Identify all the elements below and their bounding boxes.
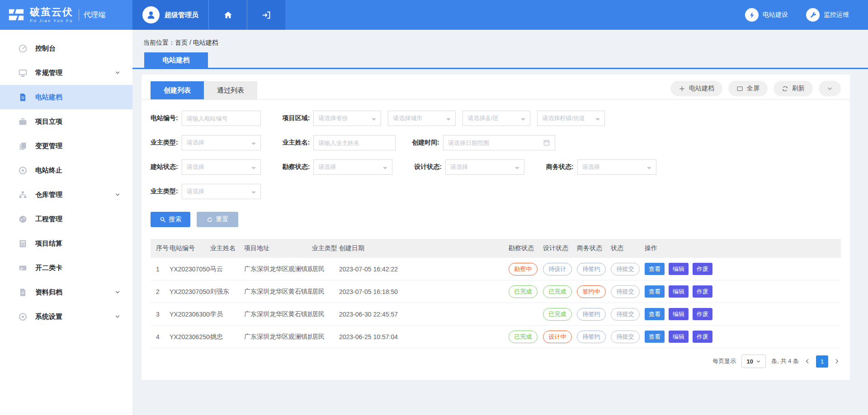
region-county-select[interactable]: 请选择县/区 (462, 111, 530, 126)
page-1-button[interactable]: 1 (816, 355, 828, 368)
home-button[interactable] (208, 0, 247, 30)
column-header: 序号 (156, 244, 170, 252)
view-button[interactable]: 查看 (645, 285, 665, 298)
total-count: 条, 共 4 条 (771, 357, 799, 365)
region-town-select[interactable]: 请选择村镇/街道 (537, 111, 605, 126)
logout-button[interactable] (247, 0, 285, 30)
user-menu[interactable]: 超级管理员 (132, 0, 208, 30)
tab-pass-list[interactable]: 通过列表 (204, 81, 257, 99)
survey-status-select[interactable]: 请选择 (313, 159, 392, 175)
row-index: 1 (156, 266, 170, 273)
design-status-field: 设计状态:请选择 (414, 159, 524, 175)
plus-icon (679, 85, 685, 92)
table-row: 3YX2023063000009学员广东深圳龙华区黄石镇姚家庄...居民2023… (151, 303, 841, 326)
sidebar-item-engineering-management[interactable]: 工程管理 (0, 207, 132, 231)
caret-down-icon (647, 167, 651, 172)
date-range-picker[interactable] (443, 135, 555, 150)
person-icon (146, 9, 156, 20)
owner-name: 马云 (210, 265, 244, 273)
page-tab-station-filing[interactable]: 电站建档 (144, 52, 208, 68)
sidebar-item-warehouse-management[interactable]: 仓库管理 (0, 182, 132, 207)
owner-type: 居民 (312, 265, 339, 273)
region-province-select[interactable]: 请选择省份 (313, 111, 381, 126)
sidebar-item-label: 开二类卡 (35, 264, 121, 272)
bolt-icon (748, 11, 756, 19)
view-button[interactable]: 查看 (645, 263, 665, 275)
owner-name-field: 业主姓名: (283, 135, 396, 150)
design-status-label: 设计状态: (414, 163, 442, 171)
refresh-button[interactable]: 刷新 (774, 81, 813, 96)
owner-type-select[interactable]: 请选择 (182, 135, 261, 150)
card-toolbar: 电站建档全屏刷新 (670, 81, 841, 96)
region-selects: 请选择省份请选择城市请选择县/区请选择村镇/街道 (313, 111, 605, 126)
brand: 破茧云伏 Po Jian Yun Fu 代理端 (0, 0, 132, 30)
status-badge: 待提交 (611, 308, 640, 321)
status-badge: 待提交 (611, 263, 640, 275)
login-arrow-icon (262, 10, 271, 20)
edit-button[interactable]: 编辑 (669, 308, 689, 320)
station-filing-button[interactable]: 电站建档 (670, 81, 722, 96)
select-placeholder: 请选择 (187, 187, 204, 196)
sidebar-item-console[interactable]: 控制台 (0, 36, 132, 61)
owner-name-label: 业主姓名: (283, 139, 310, 147)
sidebar-item-project-settlement[interactable]: 项目结算 (0, 231, 132, 256)
owner-type-label: 业主类型: (151, 139, 178, 147)
sidebar-item-station-filing[interactable]: 电站建档 (0, 85, 132, 109)
sidebar-item-system-settings[interactable]: 系统设置 (0, 304, 132, 329)
sidebar-item-change-management[interactable]: 变更管理 (0, 134, 132, 158)
circle-dot-icon (18, 166, 28, 175)
region-city-select[interactable]: 请选择城市 (388, 111, 456, 126)
business-status-field: 商务状态:请选择 (546, 159, 656, 175)
sidebar-item-data-archive[interactable]: 资料归档 (0, 280, 132, 304)
fullscreen-button[interactable]: 全屏 (728, 81, 768, 96)
build-status-select[interactable]: 请选择 (182, 159, 261, 175)
next-page-button[interactable] (834, 358, 840, 364)
void-button[interactable]: 作废 (693, 263, 712, 275)
create-time-label: 创建时间: (412, 139, 439, 147)
void-button[interactable]: 作废 (693, 308, 712, 320)
station-code: YX2023062500004 (170, 333, 210, 340)
page-tab-row: 电站建档 (132, 52, 868, 69)
wrench-icon (809, 11, 817, 19)
design-status-select[interactable]: 请选择 (445, 159, 524, 175)
build-status-label: 建站状态: (151, 163, 178, 171)
sidebar-item-project-initiation[interactable]: 项目立项 (0, 109, 132, 134)
per-page-select[interactable]: 10 (741, 354, 766, 368)
view-button[interactable]: 查看 (645, 331, 665, 343)
void-button[interactable]: 作废 (693, 285, 712, 298)
edit-button[interactable]: 编辑 (669, 331, 689, 343)
view-button[interactable]: 查看 (645, 308, 665, 320)
sidebar-item-second-class-card[interactable]: 开二类卡 (0, 256, 132, 280)
filter-row-3: 建站状态:请选择勘察状态:请选择设计状态:请选择商务状态:请选择 (151, 159, 841, 175)
sidebar: 控制台常规管理电站建档项目立项变更管理电站终止仓库管理工程管理项目结算开二类卡资… (0, 30, 132, 415)
owner-name-input[interactable] (313, 135, 396, 150)
sidebar-item-general-management[interactable]: 常规管理 (0, 61, 132, 85)
business-status-label: 商务状态: (546, 163, 574, 171)
sidebar-item-station-termination[interactable]: 电站终止 (0, 158, 132, 182)
content-card: 创建列表通过列表 电站建档全屏刷新 电站编号: 项目区域: 请选择省份请选择城市… (142, 75, 850, 380)
column-header: 商务状态 (577, 244, 611, 252)
owner-type2-select[interactable]: 请选择 (182, 184, 261, 199)
owner-name: 姚忠 (210, 333, 244, 341)
edit-button[interactable]: 编辑 (669, 263, 689, 275)
table-row: 1YX2023070500011马云广东深圳龙华区观澜镇观湖路...居民2023… (151, 258, 841, 280)
tab-create-list[interactable]: 创建列表 (151, 81, 204, 99)
column-header: 状态 (611, 244, 645, 252)
project-region-field: 项目区域: 请选择省份请选择城市请选择县/区请选择村镇/街道 (283, 111, 605, 126)
date-range-input[interactable] (448, 140, 543, 146)
button-label: 全屏 (747, 84, 760, 93)
column-header: 创建日期 (339, 244, 509, 252)
collapse-button[interactable] (819, 81, 841, 96)
column-header: 电站编号 (170, 244, 210, 252)
fullscreen-icon (736, 85, 743, 92)
prev-page-button[interactable] (804, 358, 811, 364)
reset-button[interactable]: 重置 (197, 212, 238, 227)
search-button[interactable]: 搜索 (151, 212, 190, 227)
void-button[interactable]: 作废 (693, 331, 712, 343)
station-code-input[interactable] (182, 111, 261, 126)
create-date: 2023-06-25 10:57:04 (339, 333, 509, 340)
nav-monitor-ops[interactable]: 监控运维 (806, 8, 849, 22)
business-status-select[interactable]: 请选择 (577, 159, 656, 175)
nav-station-build[interactable]: 电站建设 (745, 8, 788, 22)
edit-button[interactable]: 编辑 (669, 285, 689, 298)
